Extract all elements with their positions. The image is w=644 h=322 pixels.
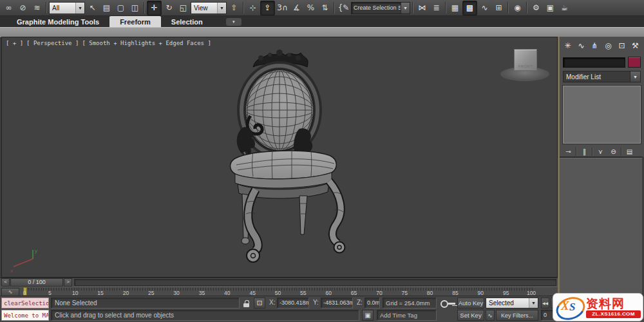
previous-frame-button[interactable]: < [1, 278, 10, 287]
modifier-list-dropdown[interactable]: Modifier List ▼ [563, 71, 641, 82]
modify-tab[interactable]: ∿ [575, 40, 587, 52]
go-to-start-button[interactable]: ◀◀ [541, 298, 549, 308]
named-selection-sets-dropdown[interactable]: Create Selection Se▼ [351, 2, 410, 14]
viewcube-front-label: FRONT [518, 64, 533, 70]
object-name-field[interactable] [563, 57, 625, 68]
selection-filter-dropdown-label: All [50, 5, 75, 12]
keyboard-shortcut-override-icon[interactable]: ⇪ [260, 1, 275, 15]
pin-stack-button[interactable]: ⊸ [563, 146, 574, 156]
watermark-site-name: 资料网 [586, 297, 641, 310]
time-slider-track[interactable] [74, 279, 556, 286]
y-coordinate-label: Y: [313, 299, 319, 306]
chevron-down-icon[interactable]: ▼ [529, 298, 538, 308]
tab-freeform[interactable]: Freeform [109, 16, 161, 27]
align-icon[interactable]: ≣ [430, 1, 443, 15]
chevron-down-icon[interactable]: ▼ [217, 3, 226, 14]
minimize-ribbon-button[interactable]: ▾ [226, 18, 242, 26]
tab-selection[interactable]: Selection [161, 16, 213, 27]
edit-named-selection-sets-icon[interactable]: {✎ [337, 1, 350, 15]
key-filters-button[interactable]: Key Filters... [496, 310, 538, 321]
unlink-selection-icon[interactable]: ⊘ [16, 1, 30, 15]
next-frame-button[interactable]: > [64, 278, 72, 287]
viewport-label[interactable]: [ + ] [ Perspective ] [ Smooth + Highlig… [6, 40, 211, 46]
select-and-rotate-icon[interactable]: ↻ [162, 1, 176, 15]
isolate-selection-toggle[interactable]: ▣ [362, 310, 374, 321]
modifier-stack[interactable] [563, 86, 641, 144]
snaps-toggle-icon[interactable]: 3∩ [276, 1, 289, 15]
key-mode-dropdown[interactable]: Selected ▼ [486, 298, 538, 308]
hierarchy-tab[interactable]: ⋔ [589, 40, 601, 52]
viewcube-cube[interactable]: FRONT [514, 49, 537, 71]
viewport-pov-menu[interactable]: [ Perspective ] [26, 40, 79, 46]
reference-coordinate-system-dropdown[interactable]: View▼ [191, 2, 227, 14]
render-production-icon[interactable]: ☕ [558, 1, 571, 15]
spinner-snap-toggle-icon[interactable]: ⇅ [318, 1, 332, 15]
maxscript-mini-listener-line2[interactable]: Welcome to MAX: [1, 310, 49, 321]
create-tab[interactable]: ✳ [562, 40, 574, 52]
chair-model-wireframe[interactable] [227, 45, 359, 270]
rendered-frame-window-icon[interactable]: ▣ [544, 1, 557, 15]
select-and-scale-icon[interactable]: ◱ [176, 1, 190, 15]
motion-tab[interactable]: ◎ [602, 40, 614, 52]
select-object-icon[interactable]: ↖ [86, 1, 99, 15]
selection-filter-dropdown[interactable]: All▼ [49, 2, 85, 14]
auto-key-button[interactable]: Auto Key [457, 298, 484, 308]
mirror-icon[interactable]: ⋈ [415, 1, 429, 15]
toolbar-separator [334, 2, 335, 14]
z-coordinate-field[interactable]: 0.0mm [365, 298, 380, 308]
viewcube[interactable]: FRONT [500, 48, 549, 82]
chevron-down-icon: ▾ [232, 19, 235, 24]
viewport-shading-menu[interactable]: [ Smooth + Highlights + Edged Faces ] [82, 40, 211, 46]
chevron-down-icon[interactable]: ▼ [630, 71, 640, 82]
schematic-view-icon[interactable]: ⊞ [492, 1, 506, 15]
curve-editor-icon[interactable]: ∿ [478, 1, 491, 15]
watermark-site-url: ZL.XS1616.COM [586, 310, 641, 318]
remove-modifier-button[interactable]: ⊖ [608, 146, 619, 156]
layer-manager-icon[interactable]: ▦ [448, 1, 462, 15]
select-and-link-icon[interactable]: ∞ [2, 1, 15, 15]
rectangular-selection-region-icon[interactable]: ▢ [114, 1, 128, 15]
selection-lock-icon[interactable] [243, 300, 250, 307]
stack-button-separator [592, 147, 593, 156]
angle-snap-toggle-icon[interactable]: ∡ [290, 1, 303, 15]
percent-snap-toggle-icon[interactable]: % [304, 1, 317, 15]
toolbar-separator [412, 2, 413, 14]
use-pivot-point-center-icon[interactable]: ⇧ [227, 1, 241, 15]
default-in-out-tangents-button[interactable]: ∿ [486, 310, 495, 321]
bind-to-space-warp-icon[interactable]: ≋ [30, 1, 44, 15]
select-by-name-icon[interactable]: ▤ [100, 1, 113, 15]
material-editor-icon[interactable]: ◉ [511, 1, 524, 15]
toolbar-separator [243, 2, 244, 14]
frame-ruler[interactable]: 0510152025303540455055606570758085909510… [21, 287, 555, 296]
absolute-mode-toggle[interactable]: ⊡ [254, 298, 265, 308]
tab-graphite-modeling-tools[interactable]: Graphite Modeling Tools [6, 16, 109, 27]
toggle-set-key-mode-icon[interactable] [440, 300, 456, 308]
x-coordinate-label: X: [269, 299, 275, 306]
graphite-modeling-tools-toggle-icon[interactable]: ▩ [462, 1, 477, 15]
axis-x-label: x [10, 268, 13, 274]
y-coordinate-field[interactable]: -4831.063m [321, 298, 353, 308]
render-setup-icon[interactable]: ⚙ [529, 1, 543, 15]
x-coordinate-field[interactable]: -3080.418m [277, 298, 309, 308]
object-color-swatch[interactable] [628, 57, 641, 68]
chevron-down-icon[interactable]: ▼ [401, 3, 410, 14]
utilities-tab[interactable]: ⚒ [629, 40, 641, 52]
command-panel: ✳∿⋔◎⊡⚒ Modifier List ▼ ⊸‖⋎⊖▤ [560, 37, 644, 296]
show-end-result-button[interactable]: ‖ [579, 146, 590, 156]
chevron-down-icon[interactable]: ▼ [75, 3, 84, 14]
configure-modifier-sets-button[interactable]: ▤ [624, 146, 635, 156]
selection-status-line: None Selected [51, 298, 240, 308]
add-time-tag-field[interactable]: Add Time Tag [377, 310, 437, 321]
make-unique-button[interactable]: ⋎ [595, 146, 606, 156]
select-and-manipulate-icon[interactable]: ⊹ [246, 1, 260, 15]
perspective-viewport[interactable]: [ + ] [ Perspective ] [ Smooth + Highlig… [1, 37, 558, 278]
viewport-general-menu[interactable]: [ + ] [6, 40, 23, 46]
window-crossing-toggle-icon[interactable]: ◫ [128, 1, 142, 15]
maxscript-mini-listener-line1[interactable]: clearSelection [1, 298, 49, 308]
set-key-button[interactable]: Set Key [457, 310, 484, 321]
world-axis-tripod: x y [8, 247, 38, 274]
select-and-move-icon[interactable]: ✛ [147, 1, 162, 15]
time-slider-handle[interactable]: 0 / 100 [10, 278, 63, 287]
display-tab[interactable]: ⊡ [616, 40, 628, 52]
watermark: X S 资料网 ZL.XS1616.COM [553, 293, 643, 321]
